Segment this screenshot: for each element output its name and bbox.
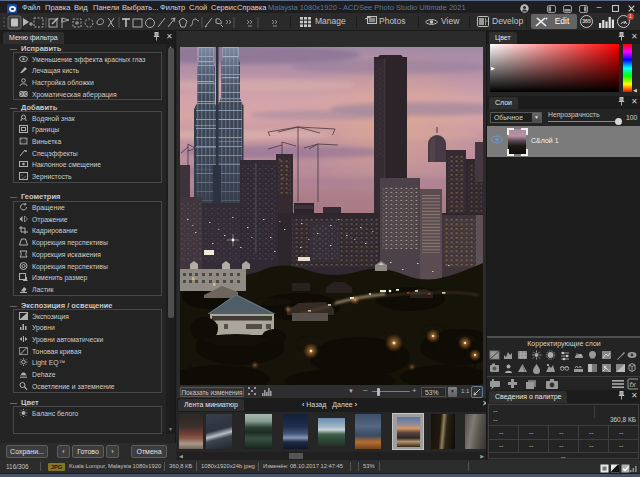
svg-text:fx: fx: [630, 380, 637, 389]
